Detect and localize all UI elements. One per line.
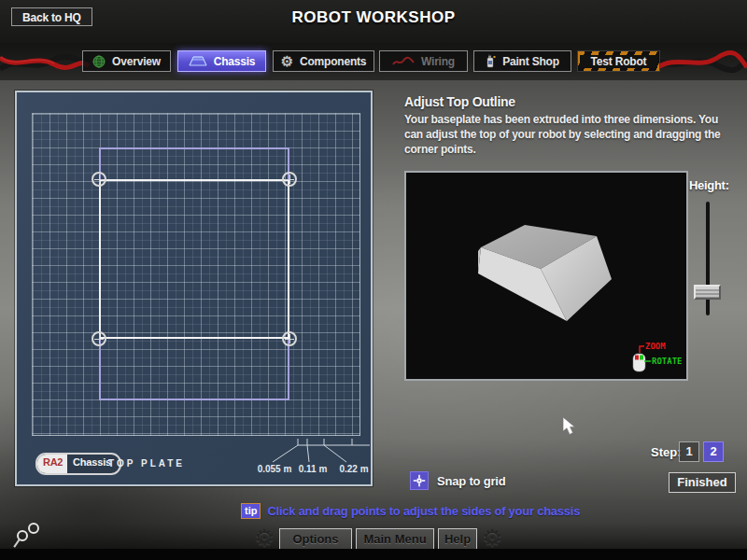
scale-ruler: 0.055 m 0.11 m 0.22 m (254, 434, 372, 477)
chassis-3d-model: ZOOM ROTATE (406, 173, 686, 379)
mouse-controls-legend: ZOOM ROTATE (633, 342, 683, 371)
tab-components[interactable]: ⚙ Components (273, 50, 374, 72)
robot-3d-preview[interactable]: ZOOM ROTATE (404, 171, 688, 381)
corner-handle-bottom-left[interactable] (92, 331, 106, 346)
instructions-body: Your baseplate has been extruded into th… (404, 113, 733, 157)
page-title: ROBOT WORKSHOP (0, 8, 747, 27)
tab-label: Chassis (214, 55, 256, 68)
step-1-button[interactable]: 1 (679, 441, 699, 462)
main-menu-button[interactable]: Main Menu (356, 528, 434, 550)
tab-wiring[interactable]: Wiring (379, 50, 468, 72)
mouse-cursor (562, 417, 577, 436)
tab-chassis[interactable]: Chassis (177, 50, 266, 72)
blueprint-panel: RA2 Chassis TOP PLATE 0.055 m 0.11 m 0.2… (15, 91, 373, 486)
tab-label: Wiring (421, 55, 455, 68)
globe-icon (92, 55, 106, 68)
rotate-label: ROTATE (652, 357, 683, 366)
gear-decor-left-icon: ⚙ (254, 525, 275, 552)
step-label: Step: (651, 445, 682, 459)
view-label: TOP PLATE (108, 458, 185, 469)
snap-to-grid-toggle[interactable]: Snap to grid (410, 471, 505, 490)
wire-icon (392, 56, 415, 67)
options-button[interactable]: Options (279, 528, 352, 550)
ra2-logo: RA2 (37, 455, 67, 473)
bottom-strip (0, 549, 747, 560)
snap-to-grid-icon[interactable] (410, 471, 429, 490)
chassis-icon (189, 55, 207, 67)
zoom-label: ZOOM (645, 342, 666, 351)
spray-can-icon (486, 54, 496, 68)
scratch-decor (13, 539, 20, 547)
snap-to-grid-label: Snap to grid (437, 474, 505, 488)
tip-badge: tip (241, 503, 261, 519)
tab-label: Components (300, 55, 366, 68)
tab-test-robot[interactable]: Test Robot (577, 50, 660, 72)
tab-overview[interactable]: Overview (82, 50, 171, 72)
corner-handle-bottom-right[interactable] (282, 331, 297, 346)
height-slider-thumb[interactable] (694, 285, 721, 300)
corner-handle-top-right[interactable] (282, 172, 297, 187)
corner-handle-top-left[interactable] (92, 172, 106, 187)
tip-row: tip Click and drag points to adjust the … (241, 503, 580, 519)
height-label: Height: (689, 178, 729, 192)
gear-decor-right-icon: ⚙ (482, 525, 502, 552)
robot-workshop-screen: Back to HQ ROBOT WORKSHOP Overview Chass… (0, 0, 747, 560)
top-plate-outline (99, 179, 289, 339)
help-button[interactable]: Help (438, 528, 477, 550)
step-2-button[interactable]: 2 (703, 441, 724, 462)
bolt-decor-icon (28, 523, 39, 534)
tab-paint-shop[interactable]: Paint Shop (473, 50, 571, 72)
tab-label: Paint Shop (502, 55, 559, 68)
tip-text: Click and drag points to adjust the side… (267, 504, 580, 518)
instructions-title: Adjust Top Outline (404, 94, 515, 109)
finished-button[interactable]: Finished (669, 472, 736, 493)
scale-label-small: 0.055 m (258, 464, 292, 474)
scale-label-large: 0.22 m (339, 464, 368, 474)
scale-label-mid: 0.11 m (299, 464, 328, 474)
gear-icon: ⚙ (281, 54, 293, 68)
tab-label: Overview (112, 55, 161, 68)
tab-label: Test Robot (580, 55, 657, 68)
